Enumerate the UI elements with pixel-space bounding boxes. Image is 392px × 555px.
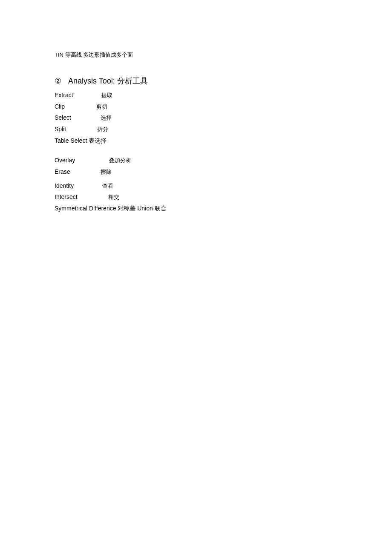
term-row: Table Select 表选择 [55, 135, 337, 147]
term-zh: 拆分 [97, 126, 108, 132]
tin-contour-line: TIN 等高线 多边形插值成多个面 [55, 51, 337, 59]
term-en: Select [55, 112, 101, 124]
overlay-group: Overlay叠加分析 Erase擦除 [55, 155, 337, 177]
heading-en: Analysis Tool: [68, 77, 115, 85]
term-row: Identity查看 [55, 180, 337, 192]
term-row: Split拆分 [55, 124, 337, 135]
term-en: Extract [55, 89, 101, 101]
term-zh: 剪切 [96, 104, 107, 110]
term-en: Identity [55, 180, 102, 192]
term-en: Split [55, 124, 97, 135]
term-en: Erase [55, 166, 101, 178]
term-row: Clip剪切 [55, 101, 337, 112]
section-heading: ②Analysis Tool: 分析工具 [55, 76, 337, 86]
term-zh: 擦除 [101, 169, 112, 175]
term-zh: 相交 [108, 194, 119, 200]
heading-zh: 分析工具 [117, 77, 148, 85]
term-row: Symmetrical Difference 对称差 Union 联合 [55, 203, 337, 214]
term-en: Intersect [55, 191, 108, 203]
heading-number: ② [55, 77, 61, 85]
term-zh: 查看 [102, 183, 113, 189]
term-en: Overlay [55, 155, 109, 166]
document-page: TIN 等高线 多边形插值成多个面 ②Analysis Tool: 分析工具 E… [0, 0, 392, 214]
term-zh: 叠加分析 [109, 157, 131, 164]
term-zh: 提取 [101, 92, 112, 98]
extract-group: Extract提取 Clip剪切 Select选择 Split拆分 Table … [55, 89, 337, 146]
term-row: Erase擦除 [55, 166, 337, 178]
term-row: Select选择 [55, 112, 337, 124]
table-select-line: Table Select 表选择 [55, 137, 107, 144]
term-row: Overlay叠加分析 [55, 155, 337, 166]
identity-group: Identity查看 Intersect相交 Symmetrical Diffe… [55, 180, 337, 214]
term-row: Extract提取 [55, 89, 337, 101]
term-row: Intersect相交 [55, 191, 337, 203]
term-en: Clip [55, 101, 96, 112]
term-zh: 选择 [101, 115, 112, 121]
symmetrical-union-line: Symmetrical Difference 对称差 Union 联合 [55, 205, 167, 212]
